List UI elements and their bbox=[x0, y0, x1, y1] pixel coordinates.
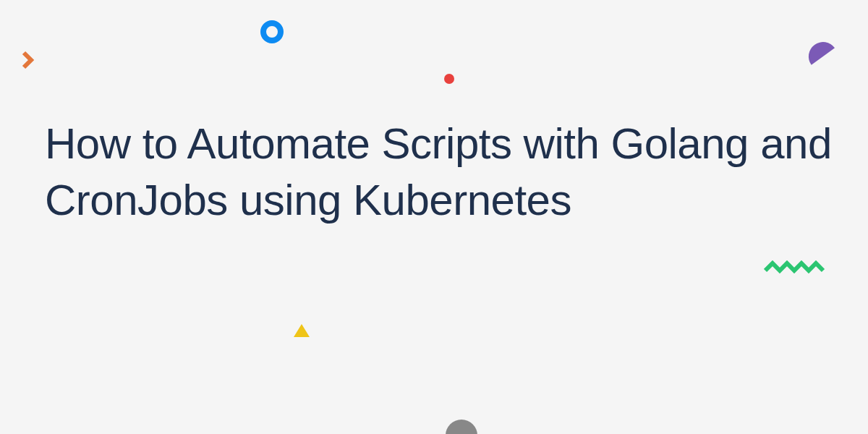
zigzag-icon bbox=[764, 260, 826, 275]
ring-icon bbox=[260, 20, 284, 43]
page-title: How to Automate Scripts with Golang and … bbox=[45, 116, 868, 229]
triangle-icon bbox=[294, 324, 310, 337]
chevron-icon bbox=[22, 51, 35, 69]
quarter-circle-icon bbox=[803, 36, 835, 65]
dot-icon bbox=[444, 74, 454, 84]
half-circle-icon bbox=[446, 420, 477, 434]
